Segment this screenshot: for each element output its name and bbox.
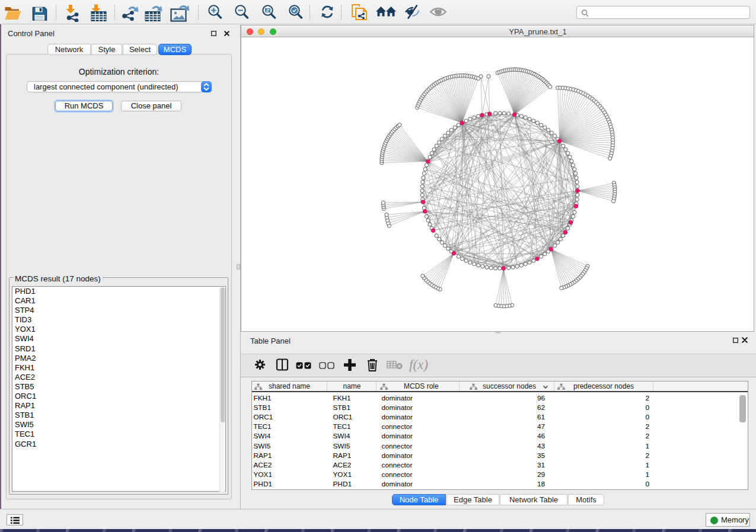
svg-text:f(x): f(x) [409,357,428,372]
